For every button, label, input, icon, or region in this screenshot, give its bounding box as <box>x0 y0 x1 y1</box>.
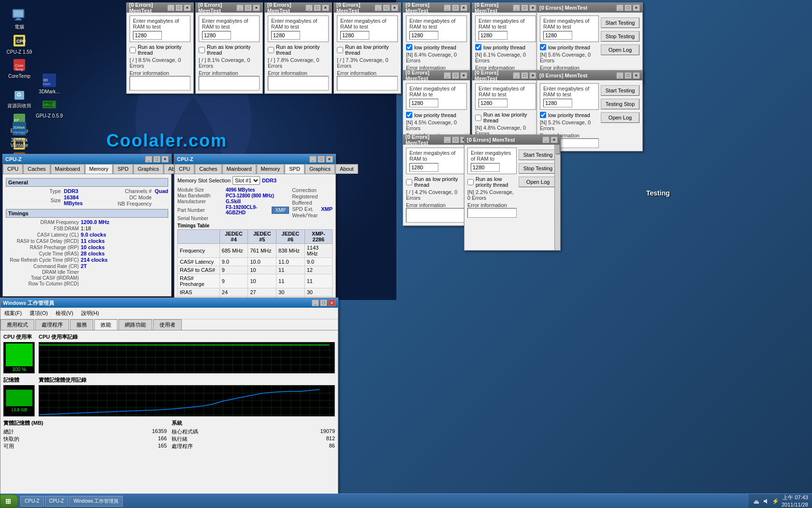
tab-processes[interactable]: 處理程序 <box>35 319 69 330</box>
low-priority-check[interactable] <box>406 179 412 185</box>
tab-users[interactable]: 使用者 <box>153 319 182 330</box>
min-btn[interactable]: _ <box>312 299 319 306</box>
icon-gpuz[interactable]: GPU-Z GPU-Z 0.5.9 <box>35 97 64 119</box>
ram-input[interactable] <box>202 31 231 40</box>
low-priority-check[interactable] <box>268 47 274 53</box>
ram-input[interactable] <box>471 163 500 172</box>
tab-cpu[interactable]: CPU <box>3 164 23 174</box>
taskbar-btn-taskman[interactable]: Windows 工作管理員 <box>69 496 123 507</box>
max-btn[interactable]: □ <box>318 156 325 163</box>
tab-memory[interactable]: Memory <box>85 164 113 174</box>
minimize-btn[interactable]: _ <box>167 4 174 11</box>
memtest-5-titlebar[interactable]: [0 Errors] MemTest _ □ × <box>403 3 470 13</box>
maximize-btn[interactable]: □ <box>383 4 390 11</box>
taskbar-btn-cpuz1[interactable]: CPU-Z <box>20 496 44 507</box>
start-testing-btn-12[interactable]: Start Testing <box>519 149 557 160</box>
tab-caches-spd[interactable]: Caches <box>195 164 221 174</box>
start-testing-btn[interactable]: Start Testing <box>601 17 639 28</box>
tab-mainboard[interactable]: Mainboard <box>51 164 85 174</box>
open-log-btn[interactable]: Open Log <box>601 45 639 55</box>
memtest-2-titlebar[interactable]: [0 Errors] MemTest _ □ × <box>196 3 262 13</box>
low-priority-check[interactable] <box>475 115 481 121</box>
min-btn[interactable]: _ <box>145 156 152 163</box>
minimize-btn[interactable]: _ <box>513 4 520 11</box>
menu-help[interactable]: 說明(H) <box>77 309 103 318</box>
memtest-8-titlebar[interactable]: [0 Errors] MemTest _ □ × <box>403 71 470 80</box>
close-btn[interactable]: × <box>529 72 536 79</box>
tab-apps[interactable]: 應用程式 <box>0 319 34 330</box>
maximize-btn[interactable]: □ <box>452 4 459 11</box>
close-btn[interactable]: × <box>391 4 398 11</box>
memtest-4-titlebar[interactable]: [0 Errors] MemTest _ □ × <box>334 3 401 13</box>
ram-input[interactable] <box>478 99 508 107</box>
slot-select[interactable]: Slot #1 <box>232 176 260 185</box>
stop-testing-btn[interactable]: Stop Testing <box>601 31 639 42</box>
stop-testing-btn-10[interactable]: Testing Stop <box>601 99 639 109</box>
min-btn[interactable]: _ <box>444 136 451 143</box>
close-btn[interactable]: × <box>633 4 640 11</box>
low-priority-check[interactable] <box>130 47 136 53</box>
min-btn[interactable]: _ <box>542 136 550 143</box>
minimize-btn[interactable]: _ <box>444 4 451 11</box>
icon-computer[interactable]: 電腦 <box>5 7 34 30</box>
close-btn[interactable]: × <box>184 4 191 11</box>
max-btn[interactable]: □ <box>320 299 327 306</box>
ram-input[interactable] <box>543 31 572 40</box>
low-priority-check[interactable] <box>540 112 546 118</box>
ram-input[interactable] <box>478 31 508 40</box>
tab-graphics-spd[interactable]: Graphics <box>305 164 335 174</box>
memtest-12-titlebar[interactable]: [0 Errors] MemTest _ × <box>464 135 560 145</box>
tab-memory-spd[interactable]: Memory <box>257 164 285 174</box>
menu-view[interactable]: 檢視(V) <box>52 309 77 318</box>
icon-coretemp[interactable]: Core Temp CoreTemp <box>5 57 34 79</box>
open-log-btn-12[interactable]: Open Log <box>519 177 557 187</box>
maximize-btn[interactable]: □ <box>245 4 252 11</box>
close-btn[interactable]: × <box>161 156 169 163</box>
ram-input[interactable] <box>409 163 438 172</box>
close-btn[interactable]: × <box>460 72 467 79</box>
memtest-6-titlebar[interactable]: [0 Errors] MemTest _ □ × <box>472 3 539 13</box>
icon-cpuz[interactable]: CPU CPU-Z 1.59 <box>5 33 34 55</box>
memtest-3-titlebar[interactable]: [0 Errors] MemTest _ □ × <box>265 3 332 13</box>
minimize-btn[interactable]: _ <box>616 4 624 11</box>
max-btn[interactable]: □ <box>452 72 459 79</box>
tab-spd[interactable]: SPD <box>113 164 133 174</box>
tab-graphics[interactable]: Graphics <box>133 164 163 174</box>
close-btn[interactable]: × <box>460 4 467 11</box>
memtest-9-titlebar[interactable]: [0 Errors] MemTest _ □ × <box>472 71 539 80</box>
minimize-btn[interactable]: _ <box>236 4 244 11</box>
start-button[interactable]: ⊞ <box>0 494 18 508</box>
minimize-btn[interactable]: _ <box>375 4 382 11</box>
close-btn[interactable]: × <box>529 4 536 11</box>
tab-performance[interactable]: 效能 <box>94 319 117 330</box>
start-testing-btn-10[interactable]: Start Testing <box>601 85 639 96</box>
maximize-btn[interactable]: □ <box>175 4 183 11</box>
icon-recycle[interactable]: ♻ 資源回收筒 <box>5 86 34 109</box>
minimize-btn[interactable]: _ <box>305 4 313 11</box>
close-btn[interactable]: × <box>326 156 333 163</box>
menu-file[interactable]: 檔案(F) <box>0 309 26 318</box>
min-btn[interactable]: _ <box>513 72 520 79</box>
memtest-11-titlebar[interactable]: [0 Errors] MemTest _ □ × <box>403 135 470 145</box>
tab-services[interactable]: 服務 <box>70 319 93 330</box>
tab-spd-active[interactable]: SPD <box>285 164 304 174</box>
cpuz-memory-titlebar[interactable]: CPU-Z _ □ × <box>3 154 171 164</box>
memtest-1-titlebar[interactable]: [0 Errors] MemTest _ □ × <box>127 3 193 13</box>
close-btn[interactable]: × <box>551 136 558 143</box>
ram-input[interactable] <box>271 31 300 40</box>
close-btn[interactable]: × <box>253 4 260 11</box>
ram-input[interactable] <box>543 99 572 107</box>
icon-3dmarkvantage[interactable]: 3DMark Vantage 3DMark Vantage <box>5 121 34 148</box>
tab-cpu-spd[interactable]: CPU <box>174 164 194 174</box>
low-priority-check[interactable] <box>467 179 474 185</box>
close-btn[interactable]: × <box>328 299 335 306</box>
min-btn[interactable]: _ <box>309 156 317 163</box>
taskmanager-titlebar[interactable]: Windows 工作管理員 _ □ × <box>0 298 338 308</box>
low-priority-check[interactable] <box>540 44 546 50</box>
ram-input[interactable] <box>409 99 438 107</box>
close-btn[interactable]: × <box>322 4 329 11</box>
tab-about-spd[interactable]: About <box>335 164 358 174</box>
low-priority-check[interactable] <box>337 47 343 53</box>
cpuz-spd-titlebar[interactable]: CPU-Z _ □ × <box>174 154 335 164</box>
tab-caches[interactable]: Caches <box>23 164 50 174</box>
